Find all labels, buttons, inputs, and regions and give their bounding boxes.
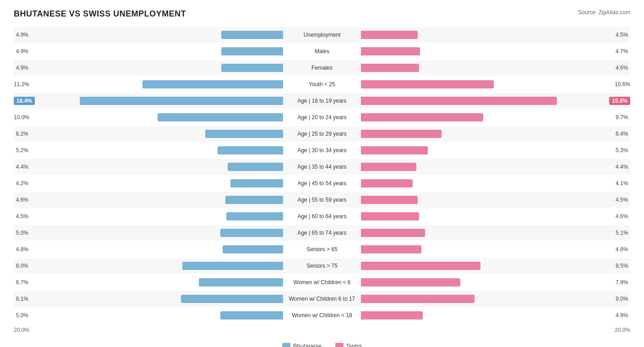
- bar-label: Age | 25 to 29 years: [283, 131, 361, 137]
- right-value: 4.1%: [613, 180, 630, 187]
- left-section: 5.0%: [14, 228, 283, 238]
- left-section: 4.8%: [14, 244, 283, 254]
- left-value: 6.7%: [14, 279, 31, 286]
- right-bar-wrapper: [361, 261, 613, 271]
- bar-left: [142, 80, 283, 88]
- right-bar-wrapper: [361, 30, 613, 40]
- bar-label: Age | 16 to 19 years: [283, 98, 361, 104]
- right-section: 9.7%: [361, 112, 630, 122]
- chart-row: 10.0%Age | 20 to 24 years9.7%: [14, 110, 630, 125]
- right-value: 9.5%: [613, 263, 630, 269]
- left-value: 5.0%: [14, 312, 31, 319]
- left-value: 16.4%: [14, 97, 35, 105]
- chart-row: 4.9%Unemployment4.5%: [14, 27, 630, 43]
- left-section: 16.4%: [14, 96, 283, 106]
- axis-right: 20.0%: [615, 327, 630, 333]
- left-bar-wrapper: [31, 310, 283, 320]
- right-section: 4.6%: [361, 211, 630, 221]
- chart-row: 4.5%Age | 60 to 64 years4.6%: [14, 209, 630, 224]
- bar-right: [361, 229, 425, 237]
- bar-left: [221, 47, 283, 55]
- left-section: 5.2%: [14, 145, 283, 155]
- right-bar-wrapper: [361, 79, 612, 89]
- right-section: 9.5%: [361, 261, 630, 271]
- right-section: 15.8%: [361, 96, 630, 106]
- bar-left: [220, 229, 284, 237]
- right-section: 4.6%: [361, 63, 630, 73]
- bar-right: [361, 163, 416, 171]
- left-bar-wrapper: [31, 63, 283, 73]
- left-value: 4.6%: [14, 197, 31, 203]
- bar-left: [218, 146, 283, 154]
- bar-left: [182, 262, 283, 270]
- bar-left: [225, 196, 284, 204]
- bar-right: [361, 245, 421, 253]
- bar-label: Age | 55 to 59 years: [283, 197, 361, 203]
- right-bar-wrapper: [361, 178, 613, 188]
- chart-row: 5.2%Age | 30 to 34 years5.3%: [14, 143, 630, 158]
- bar-right: [361, 295, 475, 303]
- left-section: 4.6%: [14, 195, 283, 205]
- chart-row: 4.4%Age | 35 to 44 years4.4%: [14, 159, 630, 175]
- left-value: 4.2%: [14, 180, 31, 187]
- chart-row: 5.0%Women w/ Children < 184.9%: [14, 308, 630, 323]
- bar-label: Females: [283, 65, 361, 71]
- chart-row: 11.2%Youth < 2510.6%: [14, 77, 630, 92]
- right-section: 4.5%: [361, 195, 630, 205]
- bar-right: [361, 80, 494, 88]
- bar-right: [361, 64, 419, 72]
- legend: Bhutanese Swiss: [14, 342, 630, 347]
- right-value: 4.8%: [613, 246, 630, 253]
- left-value: 4.8%: [14, 246, 31, 253]
- left-value: 4.9%: [14, 48, 31, 55]
- right-bar-wrapper: [361, 244, 613, 254]
- legend-label-swiss: Swiss: [346, 342, 362, 347]
- legend-color-bhutanese: [282, 343, 290, 347]
- bar-left: [220, 311, 284, 319]
- right-section: 4.1%: [361, 178, 630, 188]
- bar-right: [361, 278, 460, 286]
- right-value: 5.3%: [613, 147, 630, 154]
- left-section: 4.2%: [14, 178, 283, 188]
- bar-label: Women w/ Children 6 to 17: [283, 296, 361, 302]
- legend-color-swiss: [335, 343, 344, 347]
- bar-label: Age | 60 to 64 years: [283, 213, 361, 220]
- right-section: 4.8%: [361, 244, 630, 254]
- right-bar-wrapper: [361, 63, 613, 73]
- right-bar-wrapper: [361, 277, 613, 287]
- bar-right: [361, 47, 420, 55]
- right-value: 10.6%: [612, 81, 630, 88]
- right-section: 5.3%: [361, 145, 630, 155]
- right-section: 9.0%: [361, 294, 630, 304]
- left-section: 11.2%: [14, 79, 283, 89]
- chart-body: 4.9%Unemployment4.5%4.9%Males4.7%4.9%Fem…: [14, 27, 630, 323]
- left-bar-wrapper: [31, 277, 283, 287]
- right-section: 4.9%: [361, 310, 630, 320]
- bar-right: [361, 196, 418, 204]
- bar-right: [361, 146, 428, 154]
- left-section: 4.9%: [14, 63, 283, 73]
- right-bar-wrapper: [361, 96, 609, 106]
- right-value: 4.7%: [613, 48, 630, 55]
- bar-left: [228, 163, 283, 171]
- left-section: 6.7%: [14, 277, 283, 287]
- left-bar-wrapper: [31, 228, 283, 238]
- left-section: 5.0%: [14, 310, 283, 320]
- left-value: 4.9%: [14, 32, 31, 38]
- bar-label: Unemployment: [283, 32, 361, 38]
- left-value: 5.2%: [14, 147, 31, 154]
- bar-left: [205, 130, 284, 138]
- left-bar-wrapper: [32, 79, 283, 89]
- bar-right: [361, 262, 480, 270]
- left-bar-wrapper: [31, 178, 283, 188]
- axis-row: 20.0% 20.0%: [14, 324, 630, 339]
- left-bar-wrapper: [31, 195, 283, 205]
- right-value: 9.0%: [613, 296, 630, 302]
- right-bar-wrapper: [361, 310, 613, 320]
- bar-label: Age | 45 to 54 years: [283, 180, 361, 187]
- left-section: 6.2%: [14, 129, 283, 139]
- left-section: 4.4%: [14, 162, 283, 172]
- right-bar-wrapper: [361, 129, 613, 139]
- left-value: 6.2%: [14, 131, 31, 137]
- right-bar-wrapper: [361, 294, 613, 304]
